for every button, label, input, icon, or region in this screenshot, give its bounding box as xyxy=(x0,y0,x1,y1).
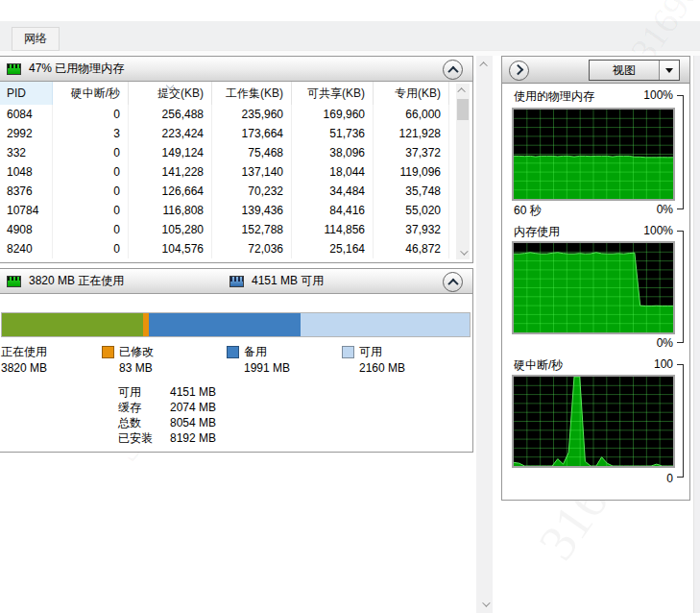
table-scrollbar[interactable] xyxy=(456,84,470,259)
memory-bar-legend: 正在使用3820 MB已修改83 MB备用1991 MB可用2160 MB xyxy=(1,344,462,375)
table-cell: 256,488 xyxy=(129,105,212,124)
memory-in-use-label: 3820 MB 正在使用 xyxy=(29,273,124,289)
graph-title-row: 使用的物理内存100% xyxy=(514,88,673,105)
scroll-up-arrow[interactable] xyxy=(456,84,470,97)
memory-chip-icon xyxy=(229,276,244,287)
table-cell: 0 xyxy=(53,162,129,182)
expand-panel-button[interactable] xyxy=(509,61,529,81)
table-row[interactable]: 10480141,228137,14018,044119,096 xyxy=(0,162,472,182)
table-cell: 223,424 xyxy=(129,124,212,143)
detail-value: 8192 MB xyxy=(170,431,216,445)
column-header-label: 专用(KB) xyxy=(395,86,441,102)
table-cell: 75,468 xyxy=(212,143,292,162)
legend-item: 正在使用3820 MB xyxy=(1,344,102,375)
table-row[interactable]: 83760126,66470,23234,48435,748 xyxy=(0,182,472,201)
table-cell: 4908 xyxy=(0,220,53,239)
detail-label: 可用 xyxy=(118,384,170,401)
scroll-up-arrow[interactable] xyxy=(476,58,493,71)
table-cell: 114,856 xyxy=(292,220,374,239)
collapse-button[interactable] xyxy=(443,272,463,292)
column-header-5[interactable]: 专用(KB) xyxy=(374,82,449,105)
chevron-up-icon xyxy=(479,61,487,69)
legend-label: 正在使用 xyxy=(1,344,47,360)
section-header: 47% 已用物理内存 xyxy=(0,57,472,82)
memory-composition-bar xyxy=(1,312,471,337)
chevron-down-icon xyxy=(482,599,490,606)
detail-value: 2074 MB xyxy=(170,401,216,414)
view-button-label-part[interactable]: 视图 xyxy=(590,61,660,80)
view-split-button[interactable]: 视图 xyxy=(589,60,680,81)
view-dropdown-arrow-button[interactable] xyxy=(660,61,679,80)
graph-xlabel: 60 秒 xyxy=(514,203,542,219)
section-header-label: 47% 已用物理内存 xyxy=(29,61,124,77)
table-cell: 332 xyxy=(0,143,53,162)
table-cell: 2992 xyxy=(0,124,53,143)
column-header-label: PID xyxy=(7,86,26,100)
legend-value: 3820 MB xyxy=(1,361,102,375)
table-cell: 70,232 xyxy=(212,182,292,201)
table-cell: 6084 xyxy=(0,105,53,124)
detail-label: 缓存 xyxy=(118,400,170,416)
table-row[interactable]: 29923223,424173,66451,736121,928 xyxy=(0,124,472,143)
table-row[interactable]: 49080105,280152,788114,85637,932 xyxy=(0,220,472,239)
table-cell: 46,872 xyxy=(374,239,449,258)
table-cell: 35,748 xyxy=(374,182,449,201)
collapse-button[interactable] xyxy=(443,60,463,80)
column-header-4[interactable]: 可共享(KB) xyxy=(292,82,374,105)
table-cell: 0 xyxy=(53,220,129,239)
table-cell: 10784 xyxy=(0,201,53,220)
graph-bottom-label-row: 0% xyxy=(514,336,673,350)
graphs-panel-header: 视图 xyxy=(502,57,689,84)
section-header: 3820 MB 正在使用 4151 MB 可用 xyxy=(0,269,472,294)
graph-ymin-label: 0% xyxy=(657,203,673,219)
legend-item: 备用1991 MB xyxy=(227,344,342,375)
table-cell: 116,808 xyxy=(129,201,212,220)
legend-item: 已修改83 MB xyxy=(102,344,227,375)
tab-strip: 网络 xyxy=(0,21,700,51)
legend-value: 83 MB xyxy=(102,361,227,375)
graph-ymax-label: 100 xyxy=(654,357,673,374)
table-cell: 55,020 xyxy=(374,201,449,220)
graph-scale-bracket xyxy=(677,231,684,343)
tab-network-label: 网络 xyxy=(24,31,47,47)
table-cell: 139,436 xyxy=(212,201,292,220)
graph-title-row: 硬中断/秒100 xyxy=(514,357,673,374)
memory-detail-row: 总数8054 MB xyxy=(118,415,216,430)
bar-segment-正在使用 xyxy=(2,313,143,336)
table-row[interactable]: 60840256,488235,960169,96066,000 xyxy=(0,105,472,124)
table-row[interactable]: 82400104,57672,03625,16446,872 xyxy=(0,239,472,258)
memory-chip-icon xyxy=(7,276,21,287)
table-cell: 173,664 xyxy=(212,124,292,143)
detail-label: 已安装 xyxy=(118,430,170,447)
table-cell: 37,372 xyxy=(374,143,449,162)
table-cell: 0 xyxy=(53,143,129,162)
scroll-down-arrow[interactable] xyxy=(476,598,493,611)
table-cell: 149,124 xyxy=(129,143,212,162)
graph-bottom-label-row: 60 秒0% xyxy=(514,203,673,219)
table-cell: 84,416 xyxy=(292,201,374,220)
tab-network[interactable]: 网络 xyxy=(12,27,60,51)
scroll-down-arrow[interactable] xyxy=(456,246,470,259)
column-header-0[interactable]: PID xyxy=(0,82,53,105)
scrollbar-thumb[interactable] xyxy=(457,99,469,120)
table-row[interactable]: 3320149,12475,46838,09637,372 xyxy=(0,143,472,162)
bar-segment-已修改 xyxy=(143,313,150,336)
chevron-up-icon xyxy=(447,278,458,288)
table-cell: 126,664 xyxy=(129,182,212,201)
table-body: 60840256,488235,960169,96066,00029923223… xyxy=(0,105,472,258)
table-row[interactable]: 107840116,808139,43684,41655,020 xyxy=(0,201,472,220)
legend-item: 可用2160 MB xyxy=(342,344,462,375)
graph-1 xyxy=(512,241,675,334)
graph-scale-bracket xyxy=(677,95,684,209)
column-header-2[interactable]: 提交(KB) xyxy=(129,82,212,105)
legend-label: 可用 xyxy=(359,344,382,360)
table-cell: 121,928 xyxy=(374,124,449,143)
column-header-3[interactable]: 工作集(KB) xyxy=(212,82,292,105)
bar-segment-备用 xyxy=(149,313,301,336)
physical-memory-used-section: 47% 已用物理内存 PID硬中断/秒提交(KB)工作集(KB)可共享(KB)专… xyxy=(0,56,473,263)
detail-value: 8054 MB xyxy=(170,416,216,429)
graph-ymax-label: 100% xyxy=(643,88,673,105)
table-cell: 8376 xyxy=(0,182,53,201)
column-header-1[interactable]: 硬中断/秒 xyxy=(53,82,129,105)
main-scrollbar[interactable] xyxy=(476,56,493,613)
